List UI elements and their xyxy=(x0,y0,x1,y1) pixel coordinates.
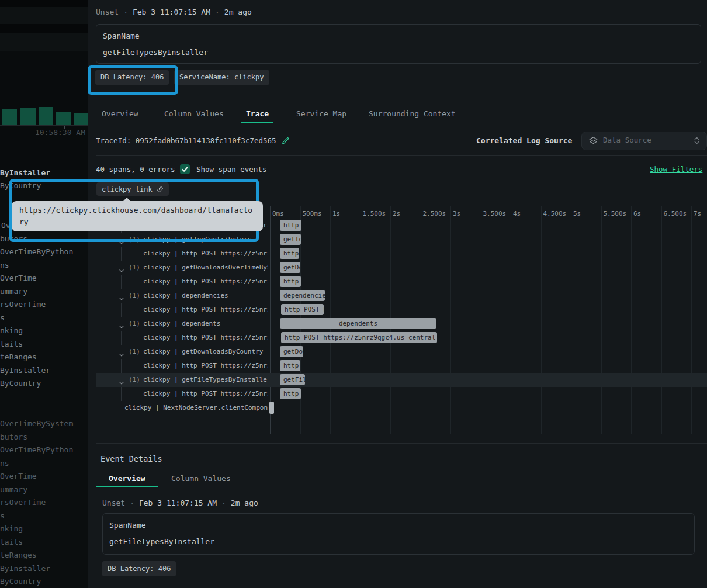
span-duration-bar[interactable]: getDownloadsOverTimeBySystem xyxy=(280,262,300,273)
trace-row[interactable]: clickpy | http POST https://z5nrz9qgc4.u… xyxy=(96,247,707,261)
sidebar-item[interactable]: ByInstaller xyxy=(0,564,50,573)
trace-row[interactable]: (1)clickpy | getTopContributorsgetTopCon… xyxy=(96,233,707,247)
sidebar-item[interactable]: s xyxy=(0,313,5,323)
trace-row[interactable]: clickpy | http POST https://z5nrz9qgc4.u… xyxy=(96,275,707,289)
sidebar-item[interactable]: ByCountry xyxy=(0,577,41,586)
clickpy-link-button[interactable]: clickpy_link xyxy=(96,182,169,196)
trace-row[interactable]: (1)clickpy | getDownloadsByCountrygetDow… xyxy=(96,345,707,359)
trace-row[interactable]: (1)clickpy | dependentsdependents xyxy=(96,317,707,331)
trace-row[interactable]: clickpy | http POST https://z5nrz9qgc4.u… xyxy=(96,331,707,345)
span-label: clickpy | http POST https://z5nrz9qgc4.u… xyxy=(143,250,268,258)
sidebar-item[interactable]: s xyxy=(0,511,5,521)
mini-chart-bar xyxy=(39,107,53,125)
db-latency-badge[interactable]: DB Latency: 406 xyxy=(102,561,176,576)
span-duration-bar[interactable] xyxy=(269,402,274,414)
sidebar-item[interactable]: ns xyxy=(0,459,9,468)
trace-row[interactable]: clickpy | http POST https://z5nrz9qgc4.u… xyxy=(96,387,707,401)
chevron-down-icon[interactable] xyxy=(119,377,124,383)
section-divider xyxy=(96,155,707,156)
event-tab-overview[interactable]: Overview xyxy=(96,471,158,487)
tab-service-map[interactable]: Service Map xyxy=(292,106,351,123)
axis-tick-label: 5.500s xyxy=(604,210,627,217)
chevron-down-icon[interactable] xyxy=(119,265,124,271)
db-latency-badge[interactable]: DB Latency: 406 xyxy=(95,70,169,85)
trace-row[interactable]: (1)clickpy | getDownloadsOverTimeBySyste… xyxy=(96,261,707,275)
sidebar-item[interactable]: nking xyxy=(0,524,23,534)
sidebar-item[interactable]: OverTimeByPython xyxy=(0,247,73,257)
trace-row[interactable]: clickpy | NextNodeServer.clientComponent… xyxy=(96,401,707,415)
span-label: clickpy | http POST https://z5nrz9qgc4.u… xyxy=(143,334,268,342)
tab-overview[interactable]: Overview xyxy=(97,106,143,123)
sidebar-item[interactable]: OverTime xyxy=(0,274,37,283)
span-duration-bar[interactable]: dependents xyxy=(280,318,436,329)
sidebar-band xyxy=(0,33,88,51)
sidebar-item[interactable]: teRanges xyxy=(0,352,37,362)
tree-guide-line xyxy=(121,387,122,401)
clickpy-link-label: clickpy_link xyxy=(102,185,153,193)
sidebar-item[interactable]: tails xyxy=(0,340,23,349)
sidebar-item[interactable]: butors xyxy=(0,234,27,244)
trace-row[interactable]: (1)clickpy | dependenciesdependencies xyxy=(96,289,707,303)
sidebar-item[interactable]: rsOverTime xyxy=(0,300,46,309)
app-root: 10:58:30 AM ByInstallerByCountryOvbutors… xyxy=(0,0,707,588)
tab-trace[interactable]: Trace xyxy=(241,106,273,123)
chevron-down-icon[interactable] xyxy=(119,321,124,327)
span-duration-bar[interactable]: http POST https://z5nrz9qgc4.us-central xyxy=(280,388,301,399)
trace-row[interactable]: clickpy | http POST https://z5nrz9qgc4.u… xyxy=(96,303,707,317)
sidebar-item[interactable]: rsOverTime xyxy=(0,498,46,507)
sidebar-item[interactable]: ummary xyxy=(0,287,27,296)
sidebar-item[interactable]: ByInstaller xyxy=(0,168,50,178)
tree-guide-line xyxy=(121,331,122,345)
span-duration-bar[interactable]: http POST https://z5nrz9qgc4.us-central xyxy=(280,248,299,259)
span-duration-bar[interactable]: getFileTypesByInstaller xyxy=(280,374,305,385)
sidebar-item[interactable]: ByCountry xyxy=(0,379,41,388)
sidebar-item[interactable]: tails xyxy=(0,538,23,547)
span-duration-bar[interactable]: http POST https://z5nrz9qgc4.us-central xyxy=(281,332,437,343)
span-name-cell: (1)clickpy | getFileTypesByInstaller xyxy=(96,373,268,387)
edit-trace-id-button[interactable] xyxy=(282,136,290,144)
sidebar-item[interactable]: ByInstaller xyxy=(0,366,50,375)
axis-tick-label: 1.500s xyxy=(363,210,386,217)
span-duration-bar[interactable]: http POST https://z5nrz9qgc4.us-central xyxy=(280,276,301,287)
tab-column-values[interactable]: Column Values xyxy=(160,106,228,123)
span-event-count: (1) xyxy=(129,376,140,383)
sidebar-item[interactable]: butors xyxy=(0,433,27,442)
trace-row[interactable]: clickpy | http POST https://z5nrz9qgc4.u… xyxy=(96,359,707,373)
span-duration-bar[interactable]: http POST https://z5nrz9qgc4.us-central xyxy=(281,304,324,315)
chevron-down-icon[interactable] xyxy=(119,349,124,355)
link-icon xyxy=(157,186,164,193)
axis-tick-label: 4s xyxy=(513,210,521,217)
chevron-down-icon[interactable] xyxy=(119,237,124,243)
show-span-events-checkbox[interactable] xyxy=(180,164,190,174)
show-filters-link[interactable]: Show Filters xyxy=(650,165,702,174)
span-duration-bar[interactable]: http POST https://z5nrz9qgc4.us-central xyxy=(280,360,300,371)
span-duration-bar[interactable]: dependencies xyxy=(280,290,325,301)
sidebar-item[interactable]: ummary xyxy=(0,485,27,494)
span-label: clickpy | http POST https://z5nrz9qgc4.u… xyxy=(143,278,268,286)
event-meta: Unset · Feb 3 11:07:15 AM · 2m ago xyxy=(102,499,258,508)
layers-icon xyxy=(589,136,598,145)
sidebar-item[interactable]: OverTimeByPython xyxy=(0,445,73,455)
span-duration-bar[interactable]: getTopContributors xyxy=(280,234,301,245)
data-source-select[interactable]: Data Source xyxy=(581,132,707,150)
service-name-badge[interactable]: ServiceName: clickpy xyxy=(174,70,269,85)
field-label: SpanName xyxy=(109,521,146,530)
span-duration-bar[interactable]: getDownloadsByCountry xyxy=(280,346,303,357)
sidebar-item[interactable]: OverTime xyxy=(0,472,37,481)
sidebar-item[interactable]: nking xyxy=(0,326,23,335)
trace-row[interactable]: (1)clickpy | getFileTypesByInstallergetF… xyxy=(96,373,707,387)
event-tab-column-values[interactable]: Column Values xyxy=(158,471,244,487)
sidebar-item[interactable]: ByCountry xyxy=(0,181,41,191)
tab-surrounding-context[interactable]: Surrounding Context xyxy=(364,106,460,123)
span-event-count: (1) xyxy=(129,348,140,355)
span-label: clickpy | dependencies xyxy=(143,292,228,300)
sidebar-item[interactable]: Ov xyxy=(1,221,11,230)
chevron-down-icon[interactable] xyxy=(119,293,124,299)
axis-tick-label: 0ms xyxy=(272,210,284,217)
sidebar-band xyxy=(0,7,88,24)
sidebar-item[interactable]: OverTimeBySystem xyxy=(0,419,73,428)
sidebar-item[interactable]: ns xyxy=(0,261,9,270)
axis-tick-label: 2.500s xyxy=(423,210,446,217)
sidebar-item[interactable]: teRanges xyxy=(0,551,37,560)
span-duration-bar[interactable]: http POST https://z5nrz9qgc4.us-central xyxy=(280,220,301,231)
